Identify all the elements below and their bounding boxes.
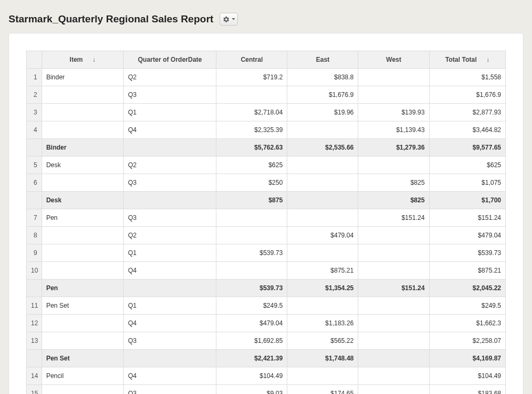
cell-item — [42, 315, 124, 332]
cell-west — [358, 69, 429, 86]
table-row[interactable]: 14PencilQ4$104.49$104.49 — [27, 367, 506, 385]
cell-total: $104.49 — [429, 367, 505, 385]
row-number: 1 — [27, 69, 42, 86]
cell-west — [358, 244, 429, 262]
subtotal-row: Pen$539.73$1,354.25$151.24$2,045.22 — [27, 280, 506, 297]
cell-quarter — [124, 139, 216, 157]
cell-total: $875.21 — [429, 262, 505, 280]
subtotal-total: $2,045.22 — [429, 280, 505, 297]
subtotal-label: Pen Set — [42, 350, 124, 367]
cell-central: $479.04 — [216, 315, 287, 332]
subtotal-row: Binder$5,762.63$2,535.66$1,279.36$9,577.… — [27, 139, 506, 157]
table-row[interactable]: 7PenQ3$151.24$151.24 — [27, 209, 506, 227]
table-row[interactable]: 5DeskQ2$625$625 — [27, 157, 506, 174]
row-number: 14 — [27, 367, 42, 385]
table-head: Item ↓ Quarter of OrderDate Central East — [27, 51, 506, 69]
row-number — [27, 192, 42, 209]
subtotal-west — [358, 350, 429, 367]
table-row[interactable]: 12Q4$479.04$1,183.26$1,662.3 — [27, 315, 506, 332]
cell-central: $719.2 — [216, 69, 287, 86]
cell-east: $479.04 — [287, 227, 358, 244]
subtotal-total: $9,577.65 — [429, 139, 505, 157]
table-row[interactable]: 4Q4$2,325.39$1,139.43$3,464.82 — [27, 121, 506, 139]
cell-east — [287, 244, 358, 262]
cell-west — [358, 367, 429, 385]
cell-east — [287, 174, 358, 192]
row-number: 6 — [27, 174, 42, 192]
cell-total: $1,558 — [429, 69, 505, 86]
subtotal-label: Binder — [42, 139, 124, 157]
cell-quarter: Q2 — [124, 157, 216, 174]
subtotal-central: $2,421.39 — [216, 350, 287, 367]
cell-west: $1,139.43 — [358, 121, 429, 139]
cell-east — [287, 121, 358, 139]
table-row[interactable]: 8Q2$479.04$479.04 — [27, 227, 506, 244]
row-number: 2 — [27, 86, 42, 104]
cell-total: $1,676.9 — [429, 86, 505, 104]
cell-east: $565.22 — [287, 332, 358, 350]
col-quarter[interactable]: Quarter of OrderDate — [124, 51, 216, 69]
subtotal-east: $2,535.66 — [287, 139, 358, 157]
cell-total: $183.68 — [429, 385, 505, 395]
table-row[interactable]: 3Q1$2,718.04$19.96$139.93$2,877.93 — [27, 104, 506, 121]
cell-central: $250 — [216, 174, 287, 192]
row-number: 10 — [27, 262, 42, 280]
cell-item — [42, 244, 124, 262]
col-central[interactable]: Central — [216, 51, 287, 69]
cell-total: $539.73 — [429, 244, 505, 262]
cell-total: $625 — [429, 157, 505, 174]
row-number: 15 — [27, 385, 42, 395]
report-panel: Item ↓ Quarter of OrderDate Central East — [9, 33, 523, 394]
cell-east — [287, 209, 358, 227]
cell-central — [216, 209, 287, 227]
cell-item — [42, 86, 124, 104]
cell-central — [216, 227, 287, 244]
row-number: 3 — [27, 104, 42, 121]
cell-west — [358, 157, 429, 174]
cell-item — [42, 385, 124, 395]
gear-icon — [223, 16, 230, 23]
subtotal-total: $1,700 — [429, 192, 505, 209]
cell-quarter — [124, 350, 216, 367]
table-row[interactable]: 10Q4$875.21$875.21 — [27, 262, 506, 280]
cell-west — [358, 262, 429, 280]
table-row[interactable]: 2Q3$1,676.9$1,676.9 — [27, 86, 506, 104]
cell-quarter: Q1 — [124, 104, 216, 121]
subtotal-central: $539.73 — [216, 280, 287, 297]
col-item[interactable]: Item ↓ — [42, 51, 124, 69]
subtotal-label: Pen — [42, 280, 124, 297]
table-row[interactable]: 11Pen SetQ1$249.5$249.5 — [27, 297, 506, 315]
sort-arrow-icon: ↓ — [92, 56, 95, 63]
cell-central: $625 — [216, 157, 287, 174]
col-item-label: Item — [70, 56, 83, 63]
row-number: 5 — [27, 157, 42, 174]
cell-quarter: Q4 — [124, 262, 216, 280]
cell-quarter: Q3 — [124, 86, 216, 104]
cell-quarter: Q2 — [124, 69, 216, 86]
cell-west — [358, 385, 429, 395]
cell-west — [358, 86, 429, 104]
cell-item — [42, 227, 124, 244]
chevron-down-icon — [232, 18, 235, 20]
col-total[interactable]: Total Total ↓ — [429, 51, 505, 69]
subtotal-central: $5,762.63 — [216, 139, 287, 157]
cell-west — [358, 332, 429, 350]
table-row[interactable]: 15Q3$9.03$174.65$183.68 — [27, 385, 506, 395]
table-row[interactable]: 6Q3$250$825$1,075 — [27, 174, 506, 192]
subtotal-label: Desk — [42, 192, 124, 209]
table-row[interactable]: 13Q3$1,692.85$565.22$2,258.07 — [27, 332, 506, 350]
row-number — [27, 350, 42, 367]
col-east[interactable]: East — [287, 51, 358, 69]
cell-west: $151.24 — [358, 209, 429, 227]
table-row[interactable]: 9Q1$539.73$539.73 — [27, 244, 506, 262]
cell-west — [358, 297, 429, 315]
col-rownum[interactable] — [27, 51, 42, 69]
col-west-label: West — [386, 56, 401, 63]
cell-item: Pen — [42, 209, 124, 227]
col-central-label: Central — [241, 56, 263, 63]
row-number — [27, 280, 42, 297]
table-row[interactable]: 1BinderQ2$719.2$838.8$1,558 — [27, 69, 506, 86]
col-west[interactable]: West — [358, 51, 429, 69]
cell-total: $151.24 — [429, 209, 505, 227]
settings-button[interactable] — [220, 13, 238, 26]
